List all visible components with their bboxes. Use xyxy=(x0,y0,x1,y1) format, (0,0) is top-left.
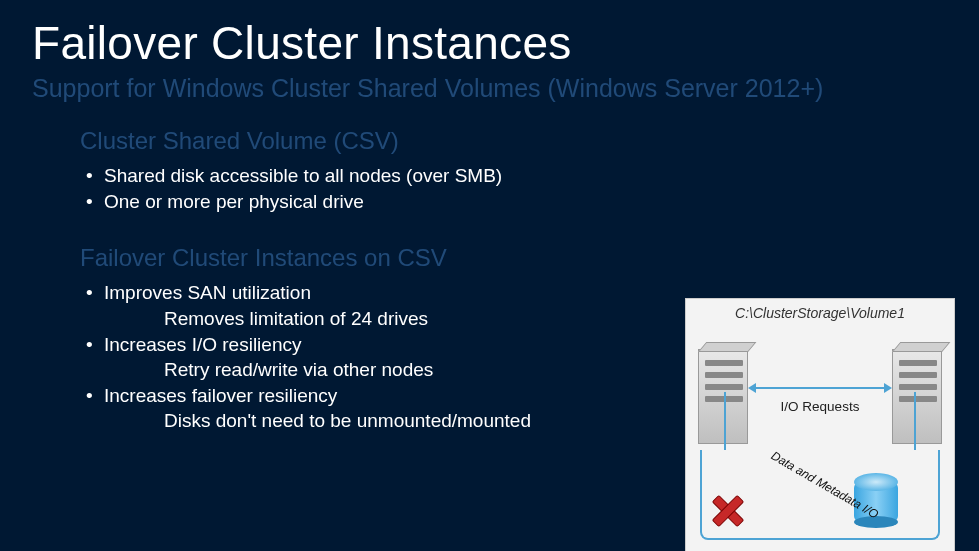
slide-title: Failover Cluster Instances xyxy=(0,0,979,70)
io-arrow-icon xyxy=(754,377,886,399)
bullet-text: Improves SAN utilization xyxy=(104,282,311,303)
failure-cross-icon xyxy=(712,494,742,524)
server-left-icon xyxy=(698,349,748,444)
slide-content: Cluster Shared Volume (CSV) Shared disk … xyxy=(0,103,979,434)
section-fci-heading: Failover Cluster Instances on CSV xyxy=(80,244,979,272)
bullet-text: Increases failover resiliency xyxy=(104,385,337,406)
bullet-item: One or more per physical drive xyxy=(104,189,979,215)
slide-subtitle: Support for Windows Cluster Shared Volum… xyxy=(0,70,979,103)
server-right-icon xyxy=(892,349,942,444)
section-csv-heading: Cluster Shared Volume (CSV) xyxy=(80,127,979,155)
section-csv: Cluster Shared Volume (CSV) Shared disk … xyxy=(0,103,979,214)
section-csv-bullets: Shared disk accessible to all nodes (ove… xyxy=(80,163,979,214)
csv-diagram: C:\ClusterStorage\Volume1 I/O Requests D… xyxy=(685,298,955,551)
bullet-item: Shared disk accessible to all nodes (ove… xyxy=(104,163,979,189)
bullet-text: Increases I/O resiliency xyxy=(104,334,301,355)
diagram-path-label: C:\ClusterStorage\Volume1 xyxy=(686,305,954,321)
